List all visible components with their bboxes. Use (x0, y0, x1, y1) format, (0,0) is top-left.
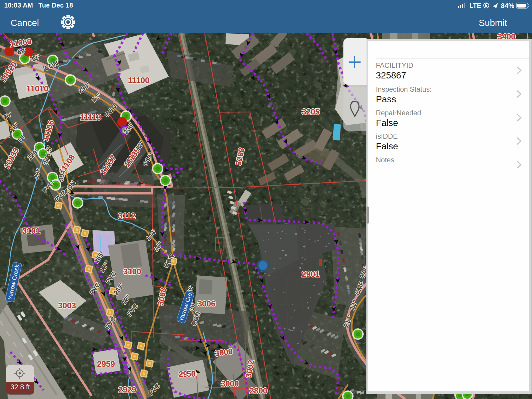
svg-text:3101: 3101 (22, 227, 40, 236)
svg-text:3112: 3112 (118, 211, 135, 221)
svg-text:3006: 3006 (198, 299, 216, 308)
svg-text:2929: 2929 (118, 385, 136, 394)
svg-text:3205: 3205 (302, 107, 320, 116)
svg-text:2959: 2959 (97, 360, 115, 369)
svg-text:11010: 11010 (26, 84, 49, 93)
svg-text:3000: 3000 (221, 379, 239, 388)
svg-text:2800: 2800 (250, 386, 268, 395)
svg-text:3003: 3003 (58, 301, 76, 310)
svg-text:89': 89' (17, 47, 27, 55)
svg-text:3100: 3100 (123, 267, 141, 276)
svg-text:11100: 11100 (128, 76, 150, 85)
svg-text:2901: 2901 (302, 270, 320, 279)
svg-text:LTE: LTE (469, 2, 481, 9)
svg-text:50: 50 (187, 369, 196, 378)
svg-text:11113: 11113 (80, 113, 101, 122)
svg-text:84%: 84% (501, 2, 514, 10)
